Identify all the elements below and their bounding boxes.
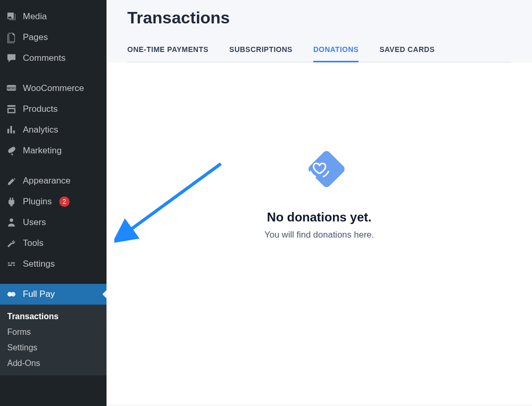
sidebar-item-woocommerce[interactable]: WOO WooCommerce [0,78,107,99]
svg-text:WOO: WOO [7,86,16,90]
sidebar-item-users[interactable]: Users [0,212,107,233]
sidebar-item-label: Plugins [23,197,52,207]
sidebar-item-marketing[interactable]: Marketing [0,140,107,161]
sidebar-item-label: Pages [23,32,48,43]
sidebar-item-label: Comments [23,53,65,63]
fullpay-icon [5,288,18,300]
tools-icon [5,237,18,250]
sidebar-item-fullpay[interactable]: Full Pay [0,284,107,305]
page-title: Transactions [127,8,511,28]
sidebar-item-label: Users [23,217,46,228]
empty-state-subtitle: You will find donations here. [264,230,374,240]
sidebar-separator [0,161,107,171]
sidebar-item-label: Settings [23,259,55,269]
admin-sidebar: Media Pages Comments WOO WooCommerce Pro… [0,0,107,406]
submenu-item-forms[interactable]: Forms [0,324,107,340]
sidebar-item-label: Appearance [23,176,71,186]
tab-savedcards[interactable]: SAVED CARDS [379,40,434,62]
plugins-icon [5,195,18,208]
pages-icon [5,31,18,44]
sidebar-item-appearance[interactable]: Appearance [0,171,107,191]
sidebar-item-label: Analytics [23,125,58,135]
appearance-icon [5,175,18,187]
users-icon [5,216,18,229]
media-icon [5,10,18,23]
marketing-icon [5,145,18,157]
sidebar-item-media[interactable]: Media [0,6,107,27]
settings-icon [5,258,18,270]
sidebar-item-label: Products [23,104,58,114]
sidebar-item-label: Full Pay [23,289,55,299]
sidebar-item-label: Marketing [23,146,62,156]
svg-rect-4 [307,149,344,189]
svg-point-3 [11,292,16,297]
sidebar-separator [0,69,107,78]
submenu-item-transactions[interactable]: Transactions [0,309,107,324]
main-content: Transactions ONE-TIME PAYMENTS SUBSCRIPT… [107,0,532,406]
page-header: Transactions ONE-TIME PAYMENTS SUBSCRIPT… [107,0,532,62]
sidebar-item-label: WooCommerce [23,83,84,94]
woo-icon: WOO [5,82,18,95]
content-area: No donations yet. You will find donation… [107,62,532,404]
submenu-item-settings[interactable]: Settings [0,340,107,356]
sidebar-separator [0,274,107,284]
sidebar-item-analytics[interactable]: Analytics [0,120,107,140]
donation-empty-icon [295,146,344,195]
submenu-item-addons[interactable]: Add-Ons [0,356,107,371]
empty-state-title: No donations yet. [267,210,371,225]
sidebar-item-label: Media [23,11,47,22]
sidebar-item-comments[interactable]: Comments [0,48,107,69]
sidebar-item-tools[interactable]: Tools [0,233,107,254]
sidebar-submenu: Transactions Forms Settings Add-Ons [0,305,107,375]
sidebar-item-plugins[interactable]: Plugins 2 [0,191,107,212]
tab-donations[interactable]: DONATIONS [313,40,358,62]
tabs: ONE-TIME PAYMENTS SUBSCRIPTIONS DONATION… [127,40,511,62]
sidebar-item-label: Tools [23,238,44,248]
products-icon [5,103,18,115]
analytics-icon [5,124,18,136]
sidebar-item-products[interactable]: Products [0,99,107,120]
comments-icon [5,52,18,64]
plugins-badge: 2 [59,197,70,207]
tab-onetime[interactable]: ONE-TIME PAYMENTS [127,40,208,62]
sidebar-item-settings[interactable]: Settings [0,254,107,274]
sidebar-item-pages[interactable]: Pages [0,27,107,48]
tab-subscriptions[interactable]: SUBSCRIPTIONS [229,40,292,62]
